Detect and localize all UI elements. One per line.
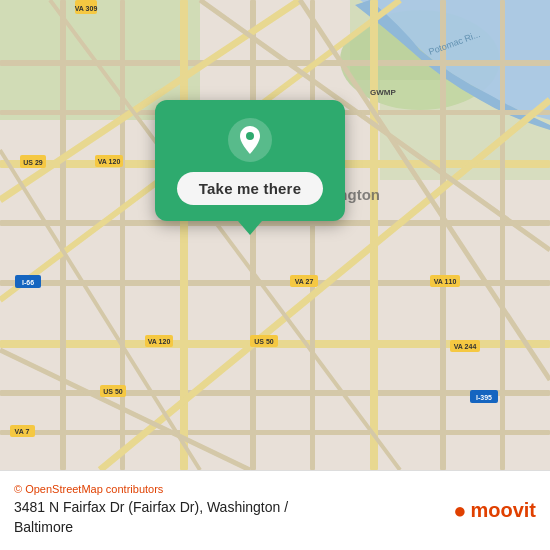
map-pin-icon [228, 118, 272, 162]
moovit-icon: ● [453, 498, 466, 524]
svg-point-59 [246, 132, 254, 140]
svg-text:VA 110: VA 110 [434, 278, 457, 285]
moovit-label: moovit [470, 499, 536, 522]
address-text: 3481 N Fairfax Dr (Fairfax Dr), Washingt… [14, 499, 288, 515]
svg-rect-14 [120, 0, 125, 470]
svg-rect-13 [60, 0, 66, 470]
address-text-line2: Baltimore [14, 519, 73, 535]
bottom-bar: © OpenStreetMap contributors 3481 N Fair… [0, 470, 550, 550]
svg-rect-19 [440, 0, 446, 470]
svg-text:I-66: I-66 [22, 279, 34, 286]
svg-text:VA 120: VA 120 [148, 338, 171, 345]
popup-card: Take me there [155, 100, 345, 221]
svg-text:VA 309: VA 309 [75, 5, 98, 12]
svg-rect-12 [0, 430, 550, 435]
bottom-text: © OpenStreetMap contributors 3481 N Fair… [14, 483, 441, 537]
svg-text:I-395: I-395 [476, 394, 492, 401]
svg-text:VA 7: VA 7 [15, 428, 30, 435]
svg-rect-16 [250, 0, 256, 470]
svg-text:VA 244: VA 244 [454, 343, 477, 350]
take-me-there-button[interactable]: Take me there [177, 172, 323, 205]
map-svg: VA 309 VA 120 VA 120 VA 27 VA 120 US 50 … [0, 0, 550, 470]
moovit-logo: ● moovit [453, 498, 536, 524]
svg-text:US 50: US 50 [254, 338, 274, 345]
osm-credit: © OpenStreetMap contributors [14, 483, 441, 495]
svg-rect-20 [500, 0, 505, 470]
svg-text:GWMP: GWMP [370, 88, 396, 97]
svg-text:VA 27: VA 27 [295, 278, 314, 285]
svg-text:US 29: US 29 [23, 159, 43, 166]
svg-rect-5 [0, 60, 550, 66]
svg-rect-18 [370, 0, 378, 470]
svg-text:VA 120: VA 120 [98, 158, 121, 165]
address-line: 3481 N Fairfax Dr (Fairfax Dr), Washingt… [14, 498, 441, 537]
map-container: VA 309 VA 120 VA 120 VA 27 VA 120 US 50 … [0, 0, 550, 470]
svg-text:US 50: US 50 [103, 388, 123, 395]
